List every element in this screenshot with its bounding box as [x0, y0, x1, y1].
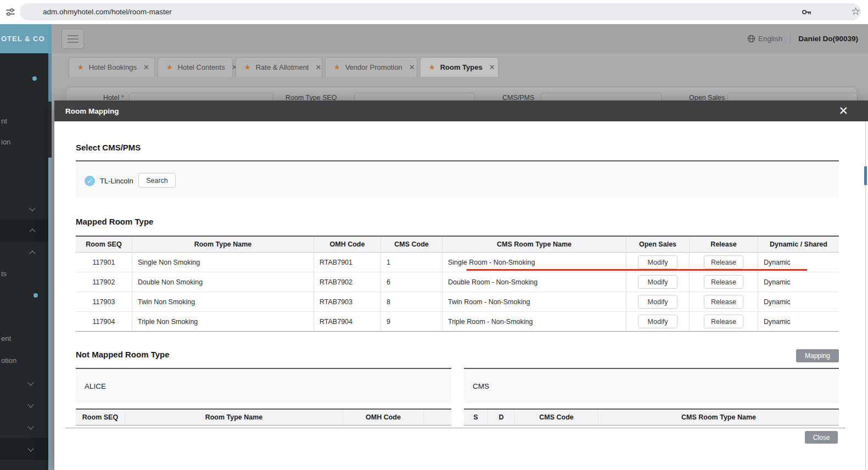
cell-cms-code: 6: [381, 272, 443, 292]
tab-close-icon[interactable]: ✕: [315, 63, 321, 71]
cell-room-seq: 117902: [76, 272, 132, 292]
cell-room-seq: 117901: [76, 253, 132, 272]
close-button[interactable]: Close: [805, 431, 838, 444]
table-header-row: Room SEQ Room Type Name OMH Code CMS Cod…: [76, 236, 839, 253]
table-header-row: Room SEQ Room Type Name OMH Code: [76, 409, 451, 426]
passwords-key-icon[interactable]: [801, 7, 812, 18]
sidebar-item[interactable]: [0, 438, 48, 460]
release-button[interactable]: Release: [704, 255, 743, 269]
sidebar-scrollbar[interactable]: [48, 53, 52, 470]
release-button[interactable]: Release: [704, 275, 743, 289]
sidebar-item[interactable]: [0, 394, 48, 416]
cell-room-type-name: Triple Non Smoking: [132, 312, 314, 331]
site-settings-icon[interactable]: [4, 6, 16, 18]
cell-cms-room-type-name: Twin Room - Non-Smoking: [443, 292, 626, 311]
chevron-up-icon: [29, 228, 35, 234]
select-cms-panel: ✓ TL-Lincoln Search: [76, 160, 839, 198]
sidebar-item[interactable]: [0, 372, 48, 394]
alice-table: Room SEQ Room Type Name OMH Code: [76, 409, 451, 426]
search-button[interactable]: Search: [138, 173, 176, 188]
url-text: adm.ohmyhotel.com/hotel/room-master: [43, 8, 172, 16]
check-icon[interactable]: ✓: [85, 176, 95, 186]
cms-title: CMS: [473, 382, 489, 390]
tab-room-types[interactable]: ★ Room Types ✕: [420, 57, 499, 77]
modal-header: Room Mapping ✕: [54, 100, 868, 121]
cell-cms-room-type-name: Double Room - Non-Smoking: [443, 272, 626, 292]
mapping-button[interactable]: Mapping: [796, 349, 839, 362]
sidebar-item[interactable]: [0, 416, 48, 438]
bookmark-star-icon[interactable]: ☆: [851, 4, 860, 19]
address-bar[interactable]: adm.ohmyhotel.com/hotel/room-master: [20, 3, 861, 20]
user-account-label[interactable]: Daniel Do(90039): [798, 35, 858, 43]
cell-cms-code: 1: [381, 253, 443, 272]
star-icon: ★: [334, 63, 340, 71]
cell-room-type-name: Single Non Smoking: [132, 253, 314, 272]
modify-button[interactable]: Modify: [638, 255, 677, 269]
cms-option-label: TL-Lincoln: [100, 177, 133, 185]
sidebar-item[interactable]: [0, 198, 48, 220]
modify-button[interactable]: Modify: [638, 295, 677, 309]
sidebar-item[interactable]: ion: [0, 131, 48, 153]
tab-close-icon[interactable]: ✕: [409, 63, 415, 71]
language-label: English: [758, 35, 782, 43]
menu-toggle-button[interactable]: [61, 29, 84, 49]
notification-dot: [33, 293, 38, 298]
language-selector[interactable]: English: [747, 35, 782, 43]
cell-omh-code: RTAB7901: [314, 253, 381, 272]
tab-close-icon[interactable]: ✕: [143, 63, 149, 71]
star-icon: ★: [166, 63, 173, 71]
app-header: [0, 24, 868, 53]
sidebar-item-active[interactable]: [0, 220, 48, 242]
tab-hotel-bookings[interactable]: ★ Hotel Bookings ✕: [69, 57, 155, 77]
star-icon: ★: [77, 63, 84, 71]
release-button[interactable]: Release: [704, 315, 743, 328]
cell-cms-code: 9: [381, 312, 443, 331]
cell-cms-room-type-name: Triple Room - Non-Smoking: [443, 312, 626, 331]
footer-divider: [65, 428, 845, 428]
cell-room-type-name: Double Non Smoking: [132, 272, 314, 292]
table-row: 117903 Twin Non Smoking RTAB7903 8 Twin …: [76, 292, 839, 312]
tab-bar: ★ Hotel Bookings ✕ ★ Hotel Contents ✕ ★ …: [52, 53, 868, 77]
chevron-down-icon: [27, 445, 33, 451]
tab-close-icon[interactable]: ✕: [489, 63, 495, 71]
sidebar-item[interactable]: nt: [0, 110, 48, 132]
modal-close-icon[interactable]: ✕: [838, 105, 848, 116]
chevron-down-icon: [27, 401, 33, 407]
cms-panel: CMS: [464, 368, 839, 403]
alice-panel: ALICE: [76, 368, 451, 403]
alice-title: ALICE: [85, 382, 106, 390]
star-icon: ★: [429, 63, 435, 71]
app-logo: OTEL & CO: [0, 24, 52, 53]
tab-hotel-contents[interactable]: ★ Hotel Contents ✕: [158, 57, 233, 77]
chevron-down-icon: [29, 205, 35, 211]
tab-rate-allotment[interactable]: ★ Rate & Allotment ✕: [236, 57, 322, 77]
chevron-down-icon: [27, 379, 33, 385]
cell-cms-code: 8: [381, 292, 443, 311]
mapped-room-table: Room SEQ Room Type Name OMH Code CMS Cod…: [76, 236, 839, 332]
cell-omh-code: RTAB7904: [314, 312, 381, 331]
annotation-red-underline: [467, 269, 807, 271]
table-row: 117904 Triple Non Smoking RTAB7904 9 Tri…: [76, 312, 839, 332]
tab-vendor-promotion[interactable]: ★ Vendor Promotion ✕: [325, 57, 417, 77]
room-mapping-modal: Room Mapping ✕ Select CMS/PMS ✓ TL-Linco…: [54, 100, 868, 470]
cell-dynamic-shared: Dynamic: [758, 312, 839, 331]
sidebar-item[interactable]: [0, 242, 48, 264]
chevron-up-icon: [29, 250, 35, 256]
table-header-row: S D CMS Code CMS Room Type Name: [464, 409, 839, 426]
chevron-down-icon: [27, 423, 33, 429]
sidebar-item[interactable]: ts: [0, 262, 48, 284]
sidebar-item[interactable]: ent: [0, 327, 48, 349]
cell-dynamic-shared: Dynamic: [758, 272, 839, 292]
cell-dynamic-shared: Dynamic: [758, 292, 839, 311]
page-scrollbar-thumb[interactable]: [864, 166, 867, 185]
cms-table: S D CMS Code CMS Room Type Name: [464, 409, 839, 426]
modify-button[interactable]: Modify: [638, 275, 677, 289]
modal-title: Room Mapping: [65, 107, 119, 115]
modify-button[interactable]: Modify: [638, 315, 677, 328]
sidebar-item[interactable]: otion: [0, 349, 48, 371]
mapped-heading: Mapped Room Type: [76, 217, 153, 226]
sidebar: nt ion ts ent otion: [0, 53, 48, 470]
cell-omh-code: RTAB7902: [314, 272, 381, 292]
release-button[interactable]: Release: [704, 295, 743, 309]
empty-header-cell: [424, 410, 451, 425]
